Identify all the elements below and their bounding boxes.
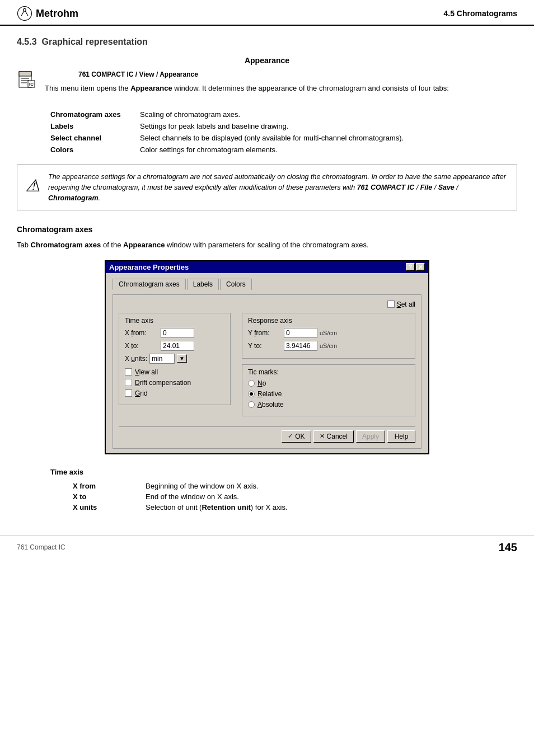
x-to-input[interactable] (161, 341, 194, 351)
x-from-label: X from: (125, 329, 158, 337)
svg-point-1 (24, 8, 26, 11)
response-axis-fieldset: Response axis Y from: uS/cm Y to: uS/cm (242, 313, 415, 359)
section-heading: 4.5.3 Graphical representation (17, 37, 517, 47)
grid-label: Grid (135, 389, 148, 397)
chromatogram-axes-desc: Tab Chromatogram axes of the Appearance … (17, 240, 517, 251)
table-label: Labels (50, 120, 140, 132)
view-all-label: View all (135, 368, 158, 376)
chromatogram-axes-heading: Chromatogram axes (17, 225, 517, 234)
y-to-unit: uS/cm (320, 342, 337, 349)
close-titlebar-button[interactable]: ✕ (416, 263, 425, 271)
help-button[interactable]: Help (387, 430, 415, 443)
time-axis-fieldset: Time axis X from: X to: X units: (119, 313, 231, 405)
x-units-label: X units: (125, 355, 147, 363)
y-from-unit: uS/cm (320, 330, 337, 336)
x-from-input[interactable] (161, 328, 194, 338)
svg-rect-3 (19, 72, 31, 76)
appearance-table: Chromatogram axesScaling of chromatogram… (50, 109, 534, 156)
drift-compensation-checkbox[interactable] (125, 379, 132, 386)
ok-icon: ✓ (288, 433, 293, 440)
tic-no-label: No (257, 379, 266, 387)
dialog-body: Chromatogram axes Labels Colors Set all … (106, 273, 428, 453)
tic-marks-legend: Tic marks: (248, 368, 409, 376)
chapter-title: 4.5 Chromatograms (444, 9, 517, 18)
time-axis-desc: Beginning of the window on X axis. (146, 481, 500, 491)
time-axis-legend: Time axis (125, 317, 224, 325)
view-all-checkbox[interactable] (125, 368, 132, 375)
tab-labels[interactable]: Labels (187, 279, 219, 290)
help-titlebar-button[interactable]: ? (406, 263, 415, 271)
y-from-row: Y from: uS/cm (248, 328, 409, 338)
time-axis-table-row: X unitsSelection of unit (Retention unit… (73, 502, 500, 513)
y-to-input[interactable] (284, 341, 317, 351)
table-desc: Color settings for chromatogram elements… (140, 144, 534, 156)
help-label: Help (395, 433, 409, 440)
x-units-dropdown[interactable]: ▼ (177, 354, 187, 363)
appearance-heading: Appearance (17, 56, 517, 65)
dialog-right-col: Response axis Y from: uS/cm Y to: uS/cm (242, 313, 415, 422)
appearance-icon-row: IC 761 COMPACT IC / View / Appearance Th… (17, 71, 517, 101)
tic-relative-radio[interactable] (248, 391, 255, 397)
y-from-input[interactable] (284, 328, 317, 338)
dialog-titlebar: Appearance Properties ? ✕ (106, 261, 428, 273)
tic-absolute-radio[interactable] (248, 401, 255, 408)
dialog-inner: Set all Time axis X from: (113, 294, 421, 449)
appearance-table-row: Chromatogram axesScaling of chromatogram… (50, 109, 534, 120)
tic-absolute-row: Absolute (248, 401, 409, 408)
y-from-label: Y from: (248, 329, 282, 337)
time-axis-section-title: Time axis (50, 468, 517, 476)
y-to-label: Y to: (248, 342, 282, 350)
tic-no-radio[interactable] (248, 380, 255, 387)
tic-relative-label: Relative (257, 390, 282, 398)
svg-text:IC: IC (29, 82, 34, 87)
time-axis-section: Time axis X fromBeginning of the window … (17, 468, 517, 513)
document-icon: IC (17, 71, 37, 91)
x-units-row: X units: ▼ (125, 354, 224, 364)
page-content: 4.5.3 Graphical representation Appearanc… (0, 26, 534, 524)
apply-label: Apply (362, 433, 379, 440)
table-label: Chromatogram axes (50, 109, 140, 120)
tic-absolute-label: Absolute (257, 401, 284, 408)
tab-chromatogram-axes[interactable]: Chromatogram axes (113, 279, 186, 290)
nav-path: 761 COMPACT IC / View / Appearance This … (45, 71, 449, 101)
time-axis-table-row: X fromBeginning of the window on X axis. (73, 481, 500, 491)
set-all-label: Set all (397, 300, 415, 308)
time-axis-desc: End of the window on X axis. (146, 491, 500, 502)
drift-compensation-label: Drift compensation (135, 379, 191, 387)
table-desc: Scaling of chromatogram axes. (140, 109, 534, 120)
ok-label: OK (295, 433, 305, 440)
x-from-row: X from: (125, 328, 224, 338)
set-all-checkbox[interactable] (387, 300, 395, 308)
table-desc: Select channels to be displayed (only av… (140, 132, 534, 144)
grid-checkbox[interactable] (125, 389, 132, 397)
cancel-button[interactable]: ✕ Cancel (313, 430, 354, 443)
time-axis-label: X from (73, 481, 146, 491)
table-label: Colors (50, 144, 140, 156)
table-desc: Settings for peak labels and baseline dr… (140, 120, 534, 132)
appearance-table-row: Select channelSelect channels to be disp… (50, 132, 534, 144)
warning-box: ⚠ The appearance settings for a chromato… (17, 165, 517, 210)
ok-button[interactable]: ✓ OK (282, 430, 311, 443)
warning-text: The appearance settings for a chromatogr… (48, 172, 509, 203)
time-axis-table: X fromBeginning of the window on X axis.… (73, 481, 500, 513)
response-axis-legend: Response axis (248, 317, 409, 325)
cancel-icon: ✕ (320, 433, 325, 440)
footer-left: 761 Compact IC (17, 543, 65, 551)
appearance-table-row: LabelsSettings for peak labels and basel… (50, 120, 534, 132)
cancel-label: Cancel (327, 433, 348, 440)
table-label: Select channel (50, 132, 140, 144)
tab-colors[interactable]: Colors (220, 279, 252, 290)
warning-icon: ⚠ (25, 173, 40, 198)
page-footer: 761 Compact IC 145 (0, 535, 534, 560)
logo-text: Metrohm (36, 8, 78, 20)
set-all-row: Set all (119, 300, 415, 308)
dialog-columns: Time axis X from: X to: X units: (119, 313, 415, 422)
x-units-input[interactable] (149, 354, 175, 364)
apply-button[interactable]: Apply (356, 430, 385, 443)
drift-compensation-row: Drift compensation (125, 379, 224, 387)
tabs-row: Chromatogram axes Labels Colors (113, 279, 421, 290)
tic-marks-fieldset: Tic marks: No Relative Abs (242, 364, 415, 416)
y-to-row: Y to: uS/cm (248, 341, 409, 351)
logo-area: Metrohm (17, 6, 78, 21)
grid-row: Grid (125, 389, 224, 397)
